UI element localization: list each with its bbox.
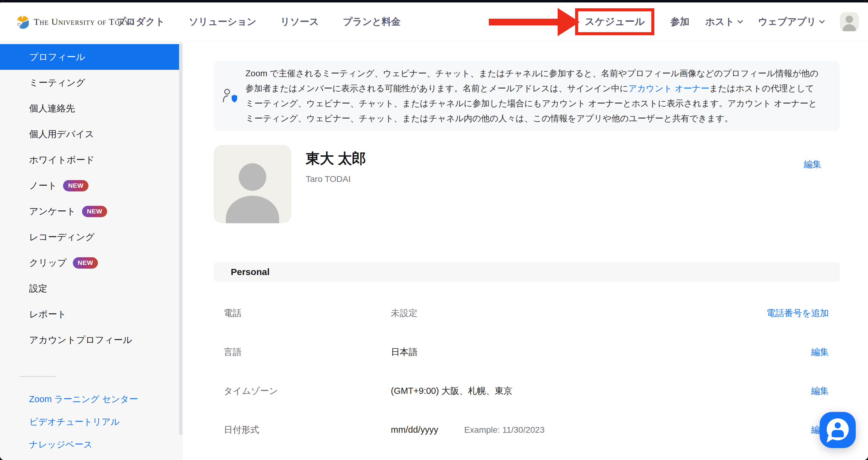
edit-timezone-link[interactable]: 編集 — [811, 385, 829, 397]
sidebar-item-surveys[interactable]: アンケート NEW — [0, 198, 179, 224]
profile-card: 東大 太郎 Taro TODAI 編集 — [214, 145, 840, 223]
sidebar-item-recordings[interactable]: レコーディング — [0, 224, 179, 250]
sidebar-item-label: プロフィール — [29, 51, 85, 63]
personal-section-rows: 電話 未設定 電話番号を追加 言語 日本語 編集 タイムゾーン (GMT+9:0… — [214, 294, 840, 449]
avatar-person-icon — [226, 196, 279, 223]
add-phone-number-link[interactable]: 電話番号を追加 — [766, 307, 829, 319]
nav-webapp-label: ウェブアプリ — [758, 15, 816, 28]
sidebar-item-label: 設定 — [29, 282, 48, 295]
row-value: 日本語 — [391, 346, 417, 358]
nav-solutions[interactable]: ソリューション — [189, 15, 256, 28]
row-label: 日付形式 — [214, 424, 391, 436]
nav-schedule[interactable]: スケジュール — [575, 8, 655, 35]
account-owner-link[interactable]: アカウント オーナー — [628, 84, 709, 93]
row-label: タイムゾーン — [214, 385, 391, 397]
row-value: 未設定 — [391, 307, 417, 319]
support-button[interactable] — [819, 412, 856, 448]
new-badge: NEW — [82, 206, 107, 217]
profile-romanized-name: Taro TODAI — [306, 174, 366, 184]
nav-host[interactable]: ホスト — [705, 15, 742, 28]
sidebar-item-label: レポート — [29, 308, 66, 321]
row-label: 電話 — [214, 307, 391, 319]
row-value: (GMT+9:00) 大阪、札幌、東京 — [391, 385, 513, 397]
date-format-example: Example: 11/30/2023 — [464, 425, 545, 435]
sidebar-item-profile[interactable]: プロフィール — [0, 44, 179, 70]
phone-row: 電話 未設定 電話番号を追加 — [214, 294, 840, 333]
sidebar-link-knowledge-base[interactable]: ナレッジベース — [0, 433, 183, 456]
nav-webapp[interactable]: ウェブアプリ — [758, 15, 824, 28]
person-icon — [835, 422, 841, 428]
sidebar-item-label: アンケート — [29, 205, 76, 218]
chat-bubble-icon — [827, 418, 849, 440]
sidebar-item-clips[interactable]: クリップ NEW — [0, 250, 179, 276]
profile-edit-link[interactable]: 編集 — [804, 158, 822, 171]
sidebar-item-account-profile[interactable]: アカウントプロフィール — [0, 327, 179, 353]
sidebar-item-settings[interactable]: 設定 — [0, 276, 179, 301]
sidebar-scrollbar[interactable] — [179, 43, 182, 435]
chevron-down-icon — [819, 18, 825, 23]
profile-info: 東大 太郎 Taro TODAI — [306, 145, 366, 223]
profile-picture-placeholder[interactable] — [214, 145, 291, 223]
sidebar-item-personal-devices[interactable]: 個人用デバイス — [0, 121, 179, 147]
nav-join[interactable]: 参加 — [670, 15, 689, 28]
sidebar-item-label: ホワイトボード — [29, 154, 95, 166]
sidebar-item-meetings[interactable]: ミーティング — [0, 70, 179, 95]
top-navigation-bar: The University of Tokyo プロダクト ソリューション リソ… — [0, 2, 868, 41]
language-row: 言語 日本語 編集 — [214, 333, 840, 372]
main-content: Zoom で主催されるミーティング、ウェビナー、チャット、またはチャネルに参加す… — [183, 41, 868, 460]
date-format-row: 日付形式 mm/dd/yyyy Example: 11/30/2023 編集 — [214, 410, 840, 449]
account-nav: スケジュール 参加 ホスト ウェブアプリ — [575, 2, 859, 41]
sidebar-item-notes[interactable]: ノート NEW — [0, 173, 179, 198]
personal-section-header: Personal — [214, 262, 840, 282]
sidebar-divider — [19, 376, 56, 377]
sidebar-item-whiteboard[interactable]: ホワイトボード — [0, 147, 179, 173]
row-value: mm/dd/yyyy — [391, 425, 438, 435]
sidebar: プロフィール ミーティング 個人連絡先 個人用デバイス ホワイトボード ノート … — [0, 41, 183, 460]
sidebar-item-personal-contacts[interactable]: 個人連絡先 — [0, 95, 179, 121]
new-badge: NEW — [63, 180, 89, 192]
marketing-nav: プロダクト ソリューション リソース プランと料金 — [116, 2, 401, 41]
sidebar-item-label: ミーティング — [29, 77, 85, 89]
sidebar-item-label: アカウントプロフィール — [29, 334, 132, 346]
user-avatar[interactable] — [840, 12, 859, 31]
chevron-down-icon — [737, 18, 743, 23]
avatar-person-icon — [843, 24, 856, 31]
utokyo-ginkgo-icon — [17, 15, 29, 29]
profile-display-name: 東大 太郎 — [306, 149, 366, 168]
sidebar-link-learning-center[interactable]: Zoom ラーニング センター — [0, 388, 183, 411]
nav-products[interactable]: プロダクト — [116, 15, 165, 28]
personal-section-title: Personal — [231, 267, 270, 277]
nav-resources[interactable]: リソース — [280, 15, 319, 28]
user-privacy-shield-icon — [221, 88, 238, 104]
nav-host-label: ホスト — [705, 15, 734, 28]
sidebar-item-label: 個人連絡先 — [29, 102, 75, 115]
sidebar-item-label: レコーディング — [29, 231, 95, 243]
edit-language-link[interactable]: 編集 — [811, 346, 829, 358]
privacy-notice-text: Zoom で主催されるミーティング、ウェビナー、チャット、またはチャネルに参加す… — [245, 66, 822, 126]
sidebar-item-label: 個人用デバイス — [29, 128, 94, 141]
sidebar-item-reports[interactable]: レポート — [0, 301, 179, 327]
new-badge: NEW — [73, 257, 98, 268]
sidebar-link-video-tutorials[interactable]: ビデオチュートリアル — [0, 411, 183, 433]
sidebar-item-label: ノート — [29, 179, 57, 192]
avatar-person-icon — [846, 16, 853, 23]
zoom-web-portal: The University of Tokyo プロダクト ソリューション リソ… — [0, 0, 868, 460]
person-icon — [832, 430, 844, 437]
avatar-person-icon — [239, 163, 266, 191]
nav-plans-pricing[interactable]: プランと料金 — [343, 15, 401, 28]
timezone-row: タイムゾーン (GMT+9:00) 大阪、札幌、東京 編集 — [214, 372, 840, 410]
privacy-notice-panel: Zoom で主催されるミーティング、ウェビナー、チャット、またはチャネルに参加す… — [214, 61, 840, 131]
sidebar-menu: プロフィール ミーティング 個人連絡先 個人用デバイス ホワイトボード ノート … — [0, 41, 183, 353]
sidebar-item-label: クリップ — [29, 257, 67, 269]
sidebar-help-links: Zoom ラーニング センター ビデオチュートリアル ナレッジベース — [0, 388, 183, 456]
window-top-strip — [0, 0, 868, 2]
row-label: 言語 — [214, 346, 391, 358]
